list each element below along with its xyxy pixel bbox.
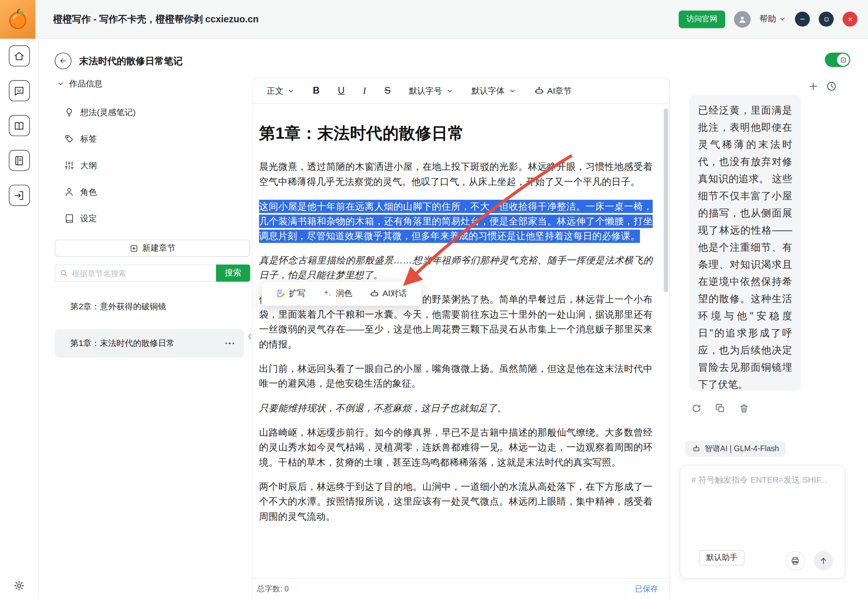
back-button[interactable]	[55, 53, 71, 69]
titlebar: 橙橙写作 - 写作不卡壳，橙橙帮你剥 ccxiezuo.cn 访问官网 帮助	[0, 0, 868, 39]
paragraph-style-select[interactable]: 正文	[267, 86, 294, 96]
lightbulb-icon	[64, 107, 74, 117]
help-menu[interactable]: 帮助	[760, 14, 786, 24]
app-title: 橙橙写作 - 写作不卡壳，橙橙帮你剥 ccxiezuo.cn	[53, 13, 258, 26]
chapter-search-input[interactable]	[55, 265, 216, 282]
robot-icon	[692, 444, 701, 453]
copy-icon	[715, 403, 725, 413]
regenerate-button[interactable]	[691, 403, 701, 413]
strikethrough-button[interactable]: S	[384, 85, 391, 96]
selected-text[interactable]: 这间小屋是他十年前在远离人烟的山脚下的住所，不大，但收拾得干净整洁。一床一桌一椅…	[259, 200, 653, 243]
paragraph[interactable]: 两个时辰后，林远终于到达了目的地。山涧中，一道细小的水流从高处落下，在下方形成了…	[259, 479, 653, 524]
selection-toolbar: 扩写 润色 AI对话	[261, 281, 422, 306]
bold-button[interactable]: B	[313, 85, 319, 96]
new-conversation-button[interactable]	[808, 81, 819, 92]
font-family-select[interactable]: 默认字体	[471, 86, 516, 96]
editor-toolbar: 正文 B U I S 默认字号 默认字体 AI章节	[252, 78, 669, 104]
editor-scrollbar-thumb[interactable]	[664, 108, 668, 292]
font-size-select[interactable]: 默认字号	[409, 86, 453, 96]
printer-icon	[791, 556, 800, 566]
minimize-button[interactable]	[795, 12, 810, 26]
new-chapter-button[interactable]: 新建章节	[55, 240, 250, 257]
paragraph[interactable]: 出门前，林远回头看了一眼自己的小屋，嘴角微微上扬。虽然简陋，但这是他在这末法时代…	[259, 361, 653, 391]
maximize-button[interactable]	[819, 12, 833, 26]
polish-label: 润色	[336, 288, 352, 299]
arrow-up-icon	[819, 556, 828, 566]
sidebar-item-outline[interactable]: 大纲	[39, 152, 252, 179]
chapter-item[interactable]: 第2章：意外获得的破铜镜	[39, 295, 252, 318]
clock-history-icon	[826, 81, 837, 92]
chapter-item-selected[interactable]: 第1章：末法时代的散修日常	[55, 329, 244, 357]
model-badge[interactable]: 智谱AI | GLM-4-Flash	[685, 441, 786, 457]
sidebar-item-label: 标签	[80, 134, 97, 144]
robot-icon	[534, 86, 544, 96]
ai-chat-label: AI对话	[382, 288, 407, 299]
history-button[interactable]	[826, 81, 837, 92]
chat-smiley-icon	[13, 85, 25, 96]
close-button[interactable]	[842, 12, 857, 26]
chapter-label: 第2章：意外获得的破铜镜	[70, 301, 166, 312]
chevron-down-icon	[287, 87, 295, 94]
mini-window-icon	[840, 56, 847, 63]
editor: 正文 B U I S 默认字号 默认字体 AI章节 第1章：末法时代的散修日常 …	[252, 77, 670, 599]
visit-site-button[interactable]: 访问官网	[679, 10, 725, 28]
paragraph[interactable]: 真是怀念古籍里描绘的那般盛景……想当年祖师爷们那种灵气充裕、随手一挥便是法术横飞…	[259, 253, 653, 283]
paragraph-selected[interactable]: 这间小屋是他十年前在远离人烟的山脚下的住所，不大，但收拾得干净整洁。一床一桌一椅…	[259, 198, 653, 243]
ai-input[interactable]	[680, 465, 844, 531]
panel-header-icons	[808, 81, 837, 92]
book-open-icon	[13, 120, 25, 132]
trash-icon	[739, 403, 749, 413]
font-family-value: 默认字体	[471, 86, 504, 96]
toggle-knob	[837, 54, 849, 66]
word-count: 总字数: 0	[257, 584, 289, 594]
paragraph[interactable]: 山路崎岖，林远缓步前行。如今的修真界，早已不是古籍中描述的那般仙气缭绕。大多数曾…	[259, 425, 653, 469]
home-button[interactable]	[9, 45, 30, 67]
person-icon	[64, 187, 74, 197]
avatar[interactable]	[734, 11, 751, 27]
search-button[interactable]: 搜索	[216, 265, 250, 282]
sidebar-item-settings[interactable]: 设定	[39, 205, 252, 232]
italic-button[interactable]: I	[363, 85, 366, 96]
setting-book-icon	[64, 214, 74, 224]
home-icon	[13, 50, 25, 62]
chapter-more-button[interactable]	[225, 342, 234, 344]
chapter-heading: 第1章：末法时代的散修日常	[259, 123, 653, 145]
polish-button[interactable]: 润色	[323, 288, 352, 299]
panel-toggle[interactable]	[825, 53, 850, 67]
model-badge-label: 智谱AI | GLM-4-Flash	[705, 444, 779, 454]
chapter-search: 搜索	[55, 265, 250, 282]
paragraph[interactable]: 晨光微熹，透过简陋的木窗洒进小屋，在地上投下斑驳的光影。林远睁开眼，习惯性地感受…	[259, 159, 653, 189]
collapse-sidebar-handle[interactable]	[245, 329, 255, 344]
app-window: 橙橙写作 - 写作不卡壳，橙橙帮你剥 ccxiezuo.cn 访问官网 帮助	[0, 0, 868, 599]
notebook-button[interactable]	[9, 150, 30, 171]
send-button[interactable]	[814, 551, 833, 571]
help-label: 帮助	[760, 14, 776, 24]
sidebar-item-tags[interactable]: 标签	[39, 126, 252, 152]
underline-button[interactable]: U	[338, 85, 344, 96]
print-button[interactable]	[785, 551, 805, 571]
editor-content[interactable]: 第1章：末法时代的散修日常 晨光微熹，透过简陋的木窗洒进小屋，在地上投下斑驳的光…	[252, 104, 669, 524]
default-assistant-button[interactable]: 默认助手	[699, 550, 745, 566]
exit-project-button[interactable]	[9, 185, 30, 206]
left-rail	[0, 39, 39, 599]
copy-button[interactable]	[715, 403, 725, 413]
sidebar-item-ideas[interactable]: 想法(灵感笔记)	[39, 99, 252, 126]
app-logo-orange-icon	[0, 0, 35, 38]
document-pencil-icon	[276, 289, 286, 299]
library-button[interactable]	[9, 115, 30, 136]
sidebar-item-characters[interactable]: 角色	[39, 179, 252, 205]
chevron-down-icon	[446, 87, 453, 94]
section-label: 作品信息	[69, 78, 102, 88]
settings-button[interactable]	[13, 580, 25, 591]
delete-button[interactable]	[739, 403, 749, 413]
gear-icon	[13, 580, 25, 591]
section-work-info[interactable]: 作品信息	[39, 75, 252, 92]
chevron-down-icon	[57, 80, 64, 87]
ai-chapter-button[interactable]: AI章节	[534, 86, 572, 96]
search-icon	[60, 269, 68, 277]
ai-chat-button[interactable]: AI对话	[370, 288, 407, 299]
expand-writing-button[interactable]: 扩写	[276, 288, 306, 299]
feedback-button[interactable]	[9, 80, 30, 101]
expand-label: 扩写	[289, 288, 305, 299]
paragraph[interactable]: 只要能维持现状，不倒退，不惹麻烦，这日子也就知足了。	[259, 401, 653, 415]
